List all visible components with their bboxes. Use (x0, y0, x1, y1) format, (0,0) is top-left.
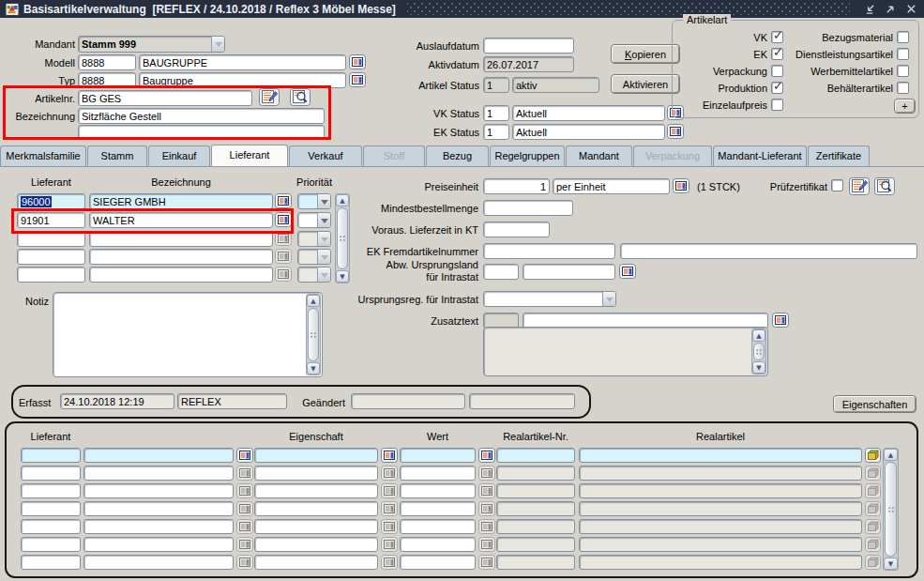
prop-wert-field[interactable] (400, 555, 476, 570)
checkbox-einzelaufpreis[interactable] (771, 99, 783, 111)
prop-lieferant-code-field[interactable] (21, 448, 81, 463)
prop-lieferant-code-field[interactable] (21, 501, 81, 516)
prop-eigenschaft-field[interactable] (254, 466, 378, 481)
scroll-up-button[interactable]: ▲ (884, 449, 898, 461)
supplier-nr-field[interactable]: 96000 (17, 193, 85, 209)
supplier-nr-field[interactable]: 91901 (17, 212, 85, 228)
prop-wert-field[interactable] (400, 483, 476, 498)
ek-status-code-field[interactable]: 1 (483, 124, 509, 140)
scroll-up-button[interactable]: ▲ (752, 329, 765, 342)
prop-eigenschaft-field[interactable] (254, 448, 378, 463)
prop-eigenschaft-field[interactable] (254, 537, 378, 552)
ursprungsreg-dropdown[interactable] (483, 291, 616, 307)
lieferzeit-field[interactable] (483, 222, 550, 237)
typ-code-field[interactable]: 8888 (78, 72, 136, 88)
tab-merkmalsfamilie[interactable]: Merkmalsfamilie (0, 145, 86, 166)
pruefzertifikat-edit-notes-button[interactable] (849, 177, 870, 195)
scroll-down-button[interactable]: ▼ (884, 558, 898, 570)
scroll-down-button[interactable]: ▼ (307, 362, 320, 375)
tab-mandant[interactable]: Mandant (566, 145, 632, 166)
scrollbar-thumb[interactable] (753, 343, 765, 360)
prop-eigenschaft-field[interactable] (254, 519, 378, 534)
prop-wert-field[interactable] (400, 501, 476, 516)
artikelnr-edit-notes-button[interactable] (259, 88, 280, 106)
supplier-name-field[interactable] (89, 231, 273, 247)
zusatztext-scrollbar[interactable]: ▲ ▼ (751, 329, 766, 375)
add-artikelart-button[interactable]: + (894, 99, 916, 114)
modell-name-field[interactable]: BAUGRUPPE (139, 54, 346, 70)
prop-eigenschaft-lov-button[interactable] (381, 448, 398, 463)
typ-lov-button[interactable] (349, 72, 366, 87)
supplier-name-field[interactable]: WALTER (89, 212, 273, 228)
prop-lieferant-name-field[interactable] (83, 483, 234, 498)
supplier-name-field[interactable] (89, 249, 273, 265)
prop-lieferant-code-field[interactable] (21, 555, 81, 570)
prop-lieferant-code-field[interactable] (21, 519, 81, 534)
prop-realartikelnr-field[interactable] (496, 448, 575, 463)
properties-scrollbar[interactable]: ▲ ▼ (883, 448, 899, 571)
checkbox-werbemittelartikel[interactable] (897, 65, 909, 77)
pruefzertifikat-checkbox[interactable] (831, 179, 843, 191)
checkbox-dienstleistungsartikel[interactable] (897, 48, 909, 60)
notiz-scrollbar[interactable]: ▲ ▼ (306, 294, 321, 375)
prop-realartikel-field[interactable] (579, 448, 862, 463)
notiz-textarea[interactable] (53, 292, 323, 377)
restore-window-button[interactable] (861, 2, 878, 16)
prop-eigenschaft-field[interactable] (254, 555, 378, 570)
preiseinheit-lov-button[interactable] (673, 178, 689, 193)
supplier-lov-button[interactable] (275, 212, 292, 227)
modell-code-field[interactable]: 8888 (78, 54, 136, 70)
prop-lieferant-code-field[interactable] (21, 537, 81, 552)
tab-regelgruppen[interactable]: Regelgruppen (490, 145, 565, 166)
supplier-name-field[interactable]: SIEGER GMBH (89, 193, 273, 209)
prop-lieferant-code-field[interactable] (21, 483, 81, 498)
ek-status-text-field[interactable]: Aktuell (512, 124, 665, 140)
prop-lieferant-name-field[interactable] (83, 501, 234, 516)
scrollbar-thumb[interactable] (885, 462, 897, 557)
prop-wert-field[interactable] (400, 448, 476, 463)
tab-verkauf[interactable]: Verkauf (289, 145, 362, 166)
prop-lieferant-lov-button[interactable] (236, 448, 253, 463)
ursprungsland-name-field[interactable] (523, 264, 615, 280)
pruefzertifikat-search-button[interactable] (874, 177, 895, 195)
preiseinheit-unit-field[interactable]: per Einheit (553, 178, 670, 194)
prop-lieferant-name-field[interactable] (83, 466, 234, 481)
checkbox-behaelterartikel[interactable] (897, 82, 909, 94)
vk-status-text-field[interactable]: Aktuell (512, 105, 665, 121)
prop-artikel-box-button[interactable] (865, 448, 881, 463)
prop-lieferant-name-field[interactable] (83, 448, 234, 463)
prop-eigenschaft-field[interactable] (254, 501, 378, 516)
tab-bezug[interactable]: Bezug (426, 145, 489, 166)
supplier-nr-field[interactable] (17, 249, 85, 265)
supplier-nr-field[interactable] (17, 267, 85, 283)
prop-wert-field[interactable] (400, 537, 476, 552)
prop-lieferant-name-field[interactable] (83, 555, 234, 570)
zusatztext-lov-button[interactable] (772, 313, 789, 328)
artikelnr-field[interactable]: BG GES (78, 90, 252, 106)
prop-lieferant-name-field[interactable] (83, 519, 234, 534)
checkbox-bezugsmaterial[interactable] (897, 31, 909, 43)
tab-einkauf[interactable]: Einkauf (148, 145, 210, 166)
prop-wert-lov-button[interactable] (478, 448, 495, 463)
supplier-lov-button[interactable] (275, 193, 292, 208)
bezeichnung-field[interactable]: Sitzfläche Gestell (78, 108, 325, 124)
mindestbestellmenge-field[interactable] (483, 200, 573, 216)
prop-wert-field[interactable] (400, 519, 476, 534)
prop-eigenschaft-field[interactable] (254, 483, 378, 498)
vk-status-code-field[interactable]: 1 (483, 105, 509, 121)
ursprungsland-lov-button[interactable] (619, 264, 636, 279)
tab-mandant-lieferant[interactable]: Mandant-Lieferant (713, 145, 807, 166)
tab-stamm[interactable]: Stamm (87, 145, 147, 166)
fremdartikelnummer-field-2[interactable] (620, 243, 917, 259)
tab-zertifikate[interactable]: Zertifikate (808, 145, 870, 166)
typ-name-field[interactable]: Baugruppe (139, 72, 346, 88)
auslaufdatum-field[interactable] (483, 38, 574, 54)
maximize-window-button[interactable] (882, 2, 899, 16)
artikelnr-search-button[interactable] (290, 88, 311, 106)
prop-wert-field[interactable] (400, 466, 476, 481)
eigenschaften-button[interactable]: Eigenschaften (833, 395, 916, 413)
close-window-button[interactable] (902, 2, 919, 16)
tab-lieferant[interactable]: Lieferant (211, 145, 288, 166)
bezeichnung-field-2[interactable] (78, 125, 325, 140)
supplier-nr-field[interactable] (17, 231, 85, 247)
